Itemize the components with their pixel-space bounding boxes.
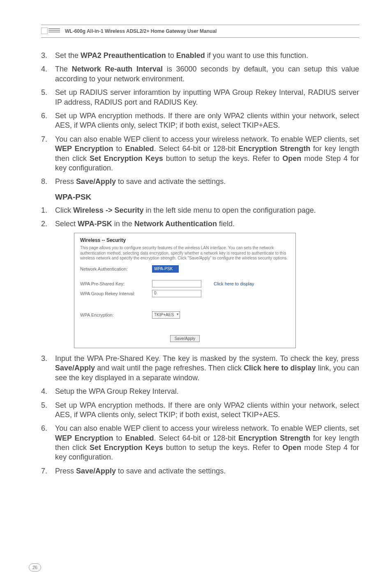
- instruction-list-2: Click Wireless -> Security in the left s…: [41, 206, 359, 229]
- instruction-list-1: Set the WPA2 Preauthentication to Enable…: [41, 51, 359, 187]
- save-apply-button[interactable]: Save/Apply: [170, 335, 200, 342]
- ss-psk-label: WPA Pre-Shared Key:: [80, 281, 152, 286]
- list3-item-7: Press Save/Apply to save and activate th…: [55, 466, 359, 476]
- list1-item-4: The Network Re-auth Interval is 36000 se…: [55, 64, 359, 84]
- section-heading-wpapsk: WPA-PSK: [55, 193, 359, 202]
- ss-auth-label: Network Authentication:: [80, 266, 152, 271]
- instruction-list-3: Input the WPA Pre-Shared Key. The key is…: [41, 354, 359, 476]
- config-screenshot: Wireless -- Security This page allows yo…: [74, 233, 296, 348]
- router-icon: [41, 27, 62, 36]
- page-number: 26: [29, 563, 41, 572]
- list1-item-3: Set the WPA2 Preauthentication to Enable…: [55, 51, 359, 60]
- ss-rekey-label: WPA Group Rekey Interval:: [80, 291, 152, 296]
- list3-item-3: Input the WPA Pre-Shared Key. The key is…: [55, 354, 359, 383]
- list2-item-2: Select WPA-PSK in the Network Authentica…: [55, 219, 359, 229]
- list3-item-4: Setup the WPA Group Rekey Interval.: [55, 387, 359, 396]
- list3-item-5: Set up WPA encryption methods. If there …: [55, 401, 359, 420]
- header-title: WL-600g All-in-1 Wireless ADSL2/2+ Home …: [65, 28, 217, 34]
- psk-input[interactable]: [152, 280, 201, 287]
- list2-item-1: Click Wireless -> Security in the left s…: [55, 206, 359, 215]
- list1-item-7: You can also enable WEP client to access…: [55, 135, 359, 173]
- list3-item-6: You can also enable WEP client to access…: [55, 424, 359, 462]
- ss-title: Wireless -- Security: [80, 237, 290, 243]
- rekey-input[interactable]: 0: [152, 290, 201, 297]
- network-auth-select[interactable]: WPA-PSK: [152, 265, 179, 273]
- wpa-encryption-select[interactable]: TKIP+AES: [152, 311, 180, 319]
- ss-desc: This page allows you to configure securi…: [80, 246, 290, 261]
- list1-item-5: Set up RADIUS server inforamtion by inpu…: [55, 88, 359, 107]
- list1-item-6: Set up WPA encryption methods. If there …: [55, 111, 359, 131]
- list1-item-8: Press Save/Apply to save and activate th…: [55, 177, 359, 186]
- ss-enc-label: WPA Encryption:: [80, 312, 152, 317]
- page-header: WL-600g All-in-1 Wireless ADSL2/2+ Home …: [41, 27, 359, 38]
- display-key-link[interactable]: Click here to display: [214, 281, 254, 286]
